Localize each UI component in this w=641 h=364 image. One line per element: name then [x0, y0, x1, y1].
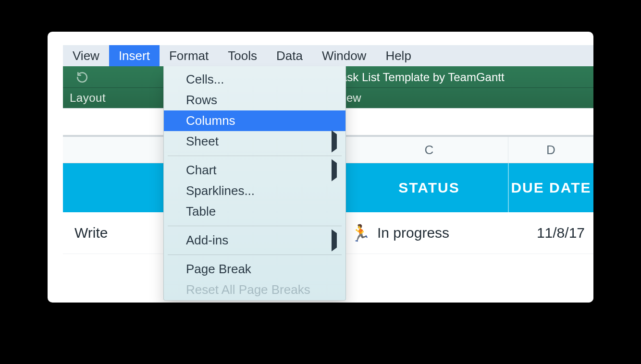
submenu-arrow-icon [332, 163, 337, 178]
menu-item-chart[interactable]: Chart [164, 160, 345, 181]
menu-item-sheet[interactable]: Sheet [164, 131, 345, 152]
menu-item-table[interactable]: Table [164, 201, 345, 222]
menu-format[interactable]: Format [160, 45, 218, 66]
submenu-arrow-icon [332, 233, 337, 248]
menu-item-page-break[interactable]: Page Break [164, 259, 345, 279]
menu-separator [168, 156, 342, 156]
cell-status-text: In progress [377, 225, 449, 241]
document-title-text: Task List Template by TeamGantt [335, 71, 505, 84]
menubar: View Insert Format Tools Data Window Hel… [63, 45, 593, 66]
submenu-arrow-icon [332, 134, 337, 149]
menu-insert[interactable]: Insert [109, 45, 160, 66]
menu-window[interactable]: Window [312, 45, 376, 66]
excel-app: View Insert Format Tools Data Window Hel… [63, 45, 593, 303]
menu-item-cells[interactable]: Cells... [164, 69, 345, 90]
cell-status[interactable]: 🏃 In progress [350, 212, 449, 254]
column-header-c[interactable]: C [350, 137, 508, 163]
runner-icon: 🏃 [350, 223, 370, 243]
header-status: STATUS [350, 163, 508, 212]
document-title: X Task List Template by TeamGantt [319, 71, 505, 84]
menu-item-sheet-label: Sheet [186, 134, 219, 149]
menu-item-rows[interactable]: Rows [164, 90, 345, 110]
ribbon-tab-layout[interactable]: Layout [63, 88, 113, 108]
menu-item-columns[interactable]: Columns [164, 110, 345, 131]
undo-button[interactable] [63, 66, 101, 88]
cell-due-date[interactable]: 11/8/17 [509, 212, 593, 254]
header-due-date: DUE DATE [509, 163, 593, 212]
menu-data[interactable]: Data [267, 45, 312, 66]
menu-tools[interactable]: Tools [218, 45, 267, 66]
cell-task[interactable]: Write [74, 212, 108, 254]
menu-item-reset-page-breaks[interactable]: Reset All Page Breaks [164, 279, 345, 300]
menu-item-addins-label: Add-ins [186, 233, 228, 248]
undo-icon [76, 71, 88, 84]
insert-dropdown: Cells... Rows Columns Sheet Chart Sparkl… [163, 66, 346, 301]
column-header-d[interactable]: D [509, 137, 593, 163]
screenshot-card: View Insert Format Tools Data Window Hel… [48, 32, 593, 303]
menu-item-chart-label: Chart [186, 163, 217, 178]
menu-item-addins[interactable]: Add-ins [164, 230, 345, 251]
menu-view[interactable]: View [63, 45, 109, 66]
menu-help[interactable]: Help [376, 45, 420, 66]
menu-item-sparklines[interactable]: Sparklines... [164, 181, 345, 201]
menu-separator [168, 226, 342, 226]
menu-separator [168, 255, 342, 255]
